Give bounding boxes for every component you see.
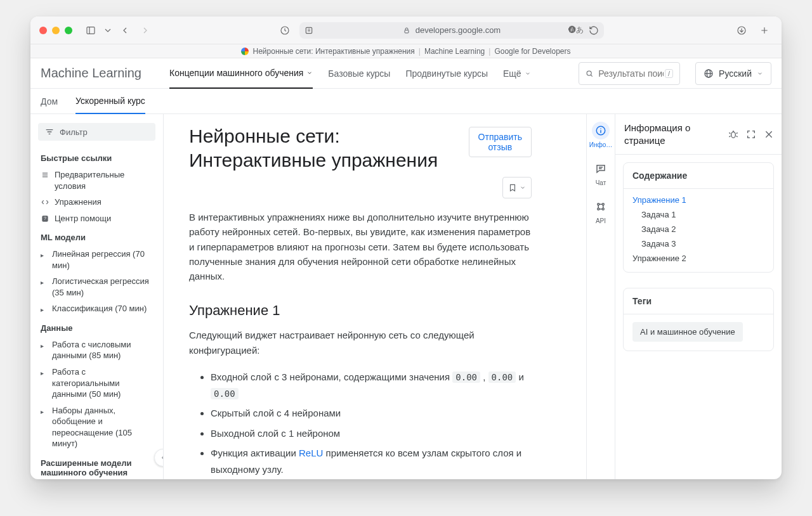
toc-exercise-1[interactable]: Упражнение 1	[632, 195, 764, 205]
exercise-1-config-list: Входной слой с 3 нейронами, содержащими …	[189, 369, 532, 478]
panel-title: Информация о странице	[624, 122, 728, 146]
intro-paragraph: В интерактивных упражнениях ниже вы допо…	[189, 210, 532, 283]
chevron-right-icon: ▸	[41, 278, 47, 287]
secondary-nav: Дом Ускоренный курс	[30, 89, 782, 114]
list-item: Входной слой с 3 нейронами, содержащими …	[211, 369, 532, 402]
minimize-window-button[interactable]	[52, 27, 60, 34]
close-window-button[interactable]	[39, 27, 47, 34]
filter-icon	[44, 127, 55, 137]
nav-more[interactable]: Ещё	[503, 58, 531, 89]
site-brand[interactable]: Machine Learning	[41, 66, 141, 81]
new-tab-button[interactable]	[756, 22, 773, 39]
sidebar-item-datasets[interactable]: ▸Наборы данных, обобщение и переоснащени…	[30, 403, 163, 452]
right-rail: Инфо… Чат API	[586, 114, 615, 479]
rail-info-button[interactable]: Инфо…	[586, 122, 615, 148]
sidebar-item-numeric-data[interactable]: ▸Работа с числовыми данными (85 мин)	[30, 337, 163, 364]
svg-rect-3	[306, 27, 311, 33]
send-feedback-button[interactable]: Отправить отзыв	[469, 127, 532, 157]
svg-text:?: ?	[44, 216, 46, 221]
svg-point-47	[731, 132, 736, 138]
sidebar-filter[interactable]: Фильтр	[38, 123, 155, 141]
tag-ai-ml[interactable]: AI и машинное обучение	[632, 322, 743, 342]
reload-icon[interactable]	[589, 25, 599, 35]
page-info-panel: Информация о странице Содержание Упражне…	[615, 114, 782, 479]
toc-task-2[interactable]: Задача 2	[632, 224, 764, 234]
rail-api-button[interactable]: API	[586, 198, 615, 224]
close-icon[interactable]	[764, 129, 774, 139]
toc-exercise-2[interactable]: Упражнение 2	[632, 254, 764, 263]
toc-task-3[interactable]: Задача 3	[632, 239, 764, 248]
page-title: Нейронные сети: Интерактивные упражнения	[189, 124, 459, 172]
globe-icon	[704, 68, 714, 79]
relu-link[interactable]: ReLU	[299, 448, 323, 458]
maximize-window-button[interactable]	[65, 27, 72, 34]
chevron-down-icon	[520, 184, 526, 191]
search-shortcut-hint: /	[665, 69, 673, 78]
favicon	[241, 48, 249, 55]
svg-line-50	[737, 132, 738, 133]
chevron-right-icon: ▸	[41, 408, 47, 416]
svg-point-39	[598, 203, 599, 205]
language-selector[interactable]: Русский	[695, 62, 771, 85]
search-box[interactable]: /	[579, 62, 680, 85]
address-bar[interactable]: developers.google.com 🅐あ	[299, 22, 604, 39]
article: Нейронные сети: Интерактивные упражнения…	[164, 114, 557, 479]
svg-rect-0	[87, 27, 95, 34]
toc-task-1[interactable]: Задача 1	[632, 210, 764, 219]
api-icon	[595, 201, 606, 212]
tags-heading: Теги	[624, 288, 773, 314]
sidebar-item-prerequisites[interactable]: Предварительные условия	[30, 167, 163, 194]
nav-advanced-courses[interactable]: Продвинутые курсы	[405, 58, 488, 89]
titlebar: developers.google.com 🅐あ	[30, 16, 782, 44]
svg-point-41	[598, 208, 599, 210]
list-item: Скрытый слой с 4 нейронами	[211, 405, 532, 422]
sidebar-toggle-icon[interactable]	[82, 22, 99, 39]
svg-line-52	[737, 136, 738, 136]
chevron-right-icon: ▸	[41, 369, 47, 378]
forward-button[interactable]	[137, 22, 154, 39]
sidebar-item-logistic-regression[interactable]: ▸Логистическая регрессия (35 мин)	[30, 273, 163, 300]
toc-heading: Содержание	[624, 163, 773, 189]
search-icon	[586, 68, 593, 79]
svg-line-12	[591, 75, 593, 76]
toc-card: Содержание Упражнение 1 Задача 1 Задача …	[623, 162, 774, 273]
nav-basic-courses[interactable]: Базовые курсы	[328, 58, 390, 89]
article-scroll[interactable]: Нейронные сети: Интерактивные упражнения…	[164, 114, 586, 479]
translate-icon[interactable]: 🅐あ	[568, 25, 584, 35]
svg-point-36	[600, 128, 601, 129]
sidebar-item-linear-regression[interactable]: ▸Линейная регрессия (70 мин)	[30, 246, 163, 273]
svg-point-11	[587, 70, 591, 75]
chevron-down-icon	[306, 70, 313, 76]
svg-line-51	[729, 136, 730, 136]
info-icon	[595, 125, 606, 136]
sidebar-item-exercises[interactable]: Упражнения	[30, 194, 163, 210]
sidebar-item-classification[interactable]: ▸Классификация (70 мин)	[30, 300, 163, 317]
list-item: Функция активации ReLU применяется ко вс…	[211, 445, 532, 477]
sidebar-heading-quicklinks: Быстрые ссылки	[30, 147, 163, 167]
bug-icon[interactable]	[728, 129, 738, 139]
sidebar-heading-ml-models: ML модели	[30, 226, 163, 246]
chevron-down-icon[interactable]	[103, 22, 113, 39]
bookmark-button[interactable]	[502, 177, 532, 198]
history-icon[interactable]	[277, 22, 293, 39]
tab-title[interactable]: Нейронные сети: Интерактивные упражнения…	[30, 44, 782, 58]
site-settings-icon[interactable]	[303, 25, 315, 36]
back-button[interactable]	[117, 22, 133, 39]
tab-crash-course[interactable]: Ускоренный курс	[75, 89, 145, 114]
sidebar-item-help[interactable]: ?Центр помощи	[30, 210, 163, 227]
nav-concepts[interactable]: Концепции машинного обучения	[169, 58, 313, 89]
window-controls	[39, 27, 72, 34]
downloads-icon[interactable]	[733, 22, 750, 39]
sidebar-heading-advanced: Расширенные модели машинного обучения	[30, 452, 163, 479]
chevron-down-icon	[525, 70, 531, 77]
exercise-1-heading: Упражнение 1	[189, 302, 532, 319]
fullscreen-icon[interactable]	[746, 129, 756, 139]
chevron-right-icon: ▸	[41, 342, 47, 351]
chevron-right-icon: ▸	[41, 306, 47, 314]
rail-chat-button[interactable]: Чат	[586, 160, 615, 186]
tab-home[interactable]: Дом	[41, 89, 58, 114]
search-input[interactable]	[597, 68, 665, 79]
sidebar-item-categorical-data[interactable]: ▸Работа с категориальными данными (50 ми…	[30, 364, 163, 403]
svg-point-40	[602, 203, 604, 205]
chat-icon	[595, 163, 606, 174]
